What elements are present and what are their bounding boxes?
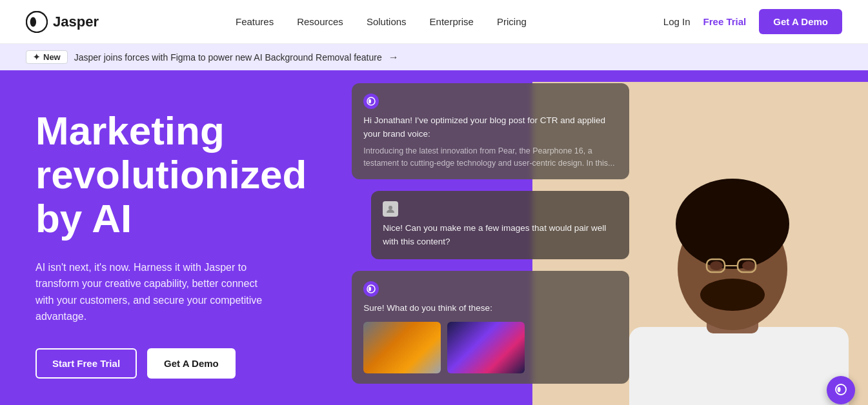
login-link[interactable]: Log In (663, 16, 691, 27)
user-avatar (383, 201, 398, 217)
announcement-arrow: → (389, 52, 399, 63)
bubble-3-header (363, 281, 618, 297)
logo-text: Jasper (53, 14, 99, 30)
navbar: Jasper Features Resources Solutions Ente… (0, 0, 868, 44)
announcement-text: Jasper joins forces with Figma to power … (74, 52, 382, 63)
svg-point-9 (710, 261, 723, 270)
logo[interactable]: Jasper (26, 11, 99, 33)
badge-label: New (43, 52, 61, 62)
hero-buttons: Start Free Trial Get A Demo (35, 348, 307, 379)
bubble-2-header (383, 201, 618, 217)
svg-point-20 (389, 206, 392, 210)
svg-point-23 (836, 384, 846, 395)
chat-fab-button[interactable] (827, 376, 855, 404)
get-demo-button[interactable]: Get A Demo (759, 9, 842, 34)
svg-point-1 (30, 17, 36, 26)
nav-menu: Features Resources Solutions Enterprise … (236, 16, 527, 28)
nav-item-features[interactable]: Features (236, 16, 274, 27)
chat-bubble-2: Nice! Can you make me a few images that … (371, 191, 629, 259)
svg-point-8 (676, 179, 789, 269)
nav-item-enterprise[interactable]: Enterprise (430, 16, 474, 27)
jasper-avatar-3 (363, 281, 379, 297)
bubble-3-main-text: Sure! What do you think of these: (363, 302, 618, 315)
image-thumb-2 (447, 322, 525, 373)
svg-point-0 (26, 11, 47, 32)
new-badge: ✦ New (26, 50, 68, 64)
nav-item-resources[interactable]: Resources (297, 16, 343, 27)
nav-item-solutions[interactable]: Solutions (367, 16, 407, 27)
jasper-avatar-1 (363, 94, 379, 109)
bubble-1-main-text: Hi Jonathan! I've optimized your blog po… (363, 114, 618, 141)
hero-title: Marketing revolutionized by AI (35, 109, 307, 241)
badge-icon: ✦ (33, 52, 40, 62)
announcement-bar[interactable]: ✦ New Jasper joins forces with Figma to … (0, 44, 868, 70)
svg-point-10 (742, 261, 755, 270)
logo-icon (26, 11, 48, 33)
chat-bubble-1: Hi Jonathan! I've optimized your blog po… (352, 83, 629, 179)
image-thumb-1 (363, 322, 441, 373)
chat-bubble-3: Sure! What do you think of these: (352, 271, 629, 384)
svg-rect-16 (629, 327, 668, 405)
svg-point-22 (368, 287, 371, 291)
bubble-2-main-text: Nice! Can you make me a few images that … (383, 222, 618, 249)
hero-right: Hi Jonathan! I've optimized your blog po… (332, 70, 868, 405)
bubble-1-header (363, 94, 618, 109)
hero-subtitle: AI isn't next, it's now. Harness it with… (35, 259, 268, 325)
start-free-trial-button[interactable]: Start Free Trial (35, 348, 137, 379)
chat-container: Hi Jonathan! I've optimized your blog po… (352, 83, 629, 384)
svg-point-19 (368, 99, 371, 104)
hero-get-demo-button[interactable]: Get A Demo (147, 348, 236, 379)
svg-point-24 (838, 387, 841, 392)
navbar-right: Log In Free Trial Get A Demo (663, 9, 842, 34)
bubble-3-images (363, 322, 618, 373)
hero-left: Marketing revolutionized by AI AI isn't … (0, 70, 332, 405)
bubble-1-sub-text: Introducing the latest innovation from P… (363, 145, 618, 170)
free-trial-link[interactable]: Free Trial (703, 16, 747, 27)
svg-point-14 (700, 279, 765, 311)
nav-item-pricing[interactable]: Pricing (497, 16, 527, 27)
hero-section: Marketing revolutionized by AI AI isn't … (0, 70, 868, 405)
